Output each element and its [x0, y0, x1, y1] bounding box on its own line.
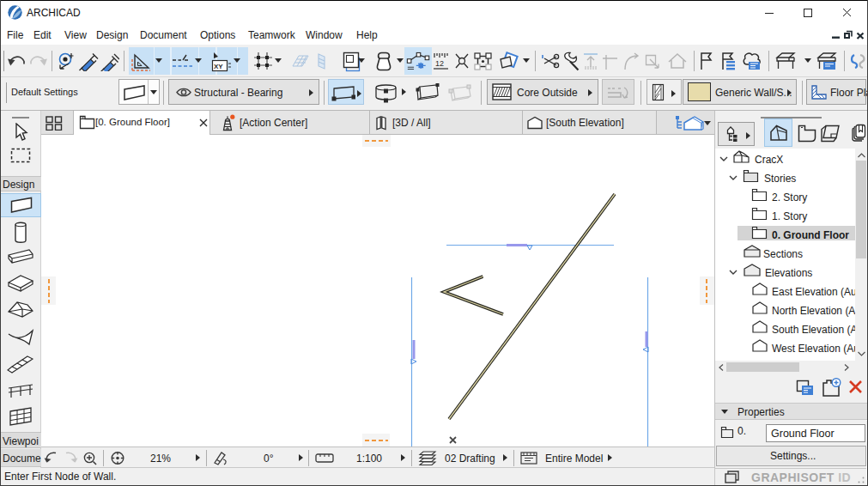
svg-text:XY: XY [214, 63, 223, 70]
svg-text:12: 12 [435, 59, 444, 68]
